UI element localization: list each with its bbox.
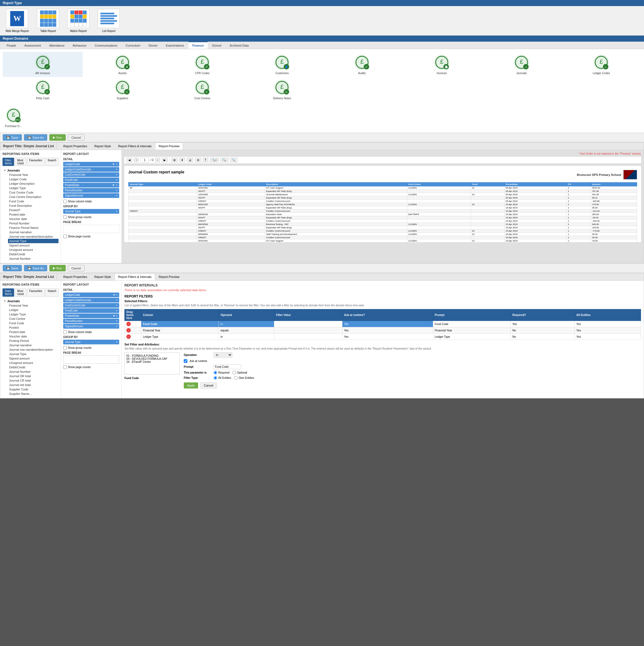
chip-period-number[interactable]: PeriodNumber × — [63, 188, 119, 193]
list-report-icon-item[interactable]: List Report — [98, 9, 120, 32]
optional-radio[interactable] — [232, 371, 236, 374]
table-report-icon-item[interactable]: Table Report — [37, 9, 59, 32]
p2-supplier-name[interactable]: Supplier Name... — [8, 392, 59, 396]
tree-item-voucher-date[interactable]: Voucher date — [8, 217, 59, 221]
remove-ledger-type[interactable]: − — [126, 334, 131, 339]
filter-row-financial-year[interactable]: − Financial Year equals Yes Financial Ye… — [125, 327, 641, 334]
prev-btn[interactable]: ‹ — [134, 158, 139, 163]
panel2-tab-search[interactable]: Search — [45, 289, 59, 297]
p2-chip-pd-remove[interactable]: × — [116, 314, 117, 317]
chip-remove-cc[interactable]: × — [116, 173, 117, 176]
group-by-journal-type[interactable]: Journal Type × — [63, 209, 119, 214]
p2-ledger-type[interactable]: Ledger Type — [8, 312, 59, 317]
p2-chip-pn-remove[interactable]: × — [116, 320, 117, 323]
show-group-counts-checkbox[interactable] — [63, 215, 67, 219]
panel2-tab-properties[interactable]: Report Properties — [60, 273, 91, 281]
domain-ledger-codes[interactable]: £ L Ledger Codes — [561, 52, 641, 77]
p2-chip-cost-centre[interactable]: CostCentreCode × — [63, 303, 119, 308]
p2-journal-net[interactable]: Journal net total — [8, 383, 59, 387]
tree-item-ledger-code[interactable]: Ledger Code — [8, 177, 59, 182]
p2-journal-number[interactable]: Journal Number — [8, 369, 59, 374]
tree-item-ledger-type[interactable]: Ledger Type — [8, 186, 59, 190]
p2-chip-posted-date[interactable]: PostedDate ▼ × — [63, 314, 119, 318]
panel2-tab-favourites[interactable]: Favourites — [27, 289, 45, 297]
page-break-area[interactable] — [63, 225, 119, 233]
domain-assets[interactable]: £ ★ Assets — [83, 52, 162, 77]
chip-ledger-code[interactable]: LedgerCode ▼ × — [63, 162, 119, 167]
filter-values-box[interactable]: 01 - FORMULA FUNDING 04 - DEVOLVED FORMU… — [124, 352, 180, 374]
panel2-tree-parent[interactable]: ▼ Journals — [2, 299, 59, 303]
save-as-button[interactable]: 💾 Save As — [24, 134, 47, 141]
prev-page-btn[interactable]: ◀ — [126, 158, 132, 163]
chip-signed-amount[interactable]: SignedAmount × — [63, 193, 119, 198]
save-as-button2[interactable]: 💾 Save As — [24, 265, 47, 271]
p2-chip-pd-scroll[interactable]: ▼ — [113, 314, 115, 317]
p2-voucher-date[interactable]: Voucher date — [8, 334, 59, 339]
chip-remove-fc[interactable]: × — [116, 179, 117, 182]
next-page-btn[interactable]: ▶ — [162, 158, 168, 163]
zoom-out-btn[interactable]: 🔍- — [220, 158, 228, 163]
tree-item-journal-narrative[interactable]: Journal narrative — [8, 230, 59, 234]
search-doc-btn[interactable]: T — [203, 158, 208, 163]
print-btn[interactable]: 🖨 — [187, 158, 193, 163]
domain-customers[interactable]: £ 👤 Customers — [242, 52, 322, 77]
p2-signed-amount[interactable]: Signed amount — [8, 356, 59, 361]
required-radio[interactable] — [213, 371, 217, 374]
chip-arrow-ledger[interactable]: ▼ — [112, 163, 115, 166]
operation-select[interactable]: in equals contains — [213, 352, 232, 357]
panel1-tab-search[interactable]: Search — [45, 158, 59, 166]
filter-row-fund-code[interactable]: − Fund Code in Yes Fund Code Yes Yes — [125, 321, 641, 327]
p2-group-counts-cb[interactable] — [63, 346, 67, 350]
tree-item-journal-row-narrative[interactable]: Journal row narrative/description — [8, 234, 59, 239]
run-button2[interactable]: ▶ Run — [50, 265, 65, 271]
domain-delivery-notes[interactable]: £ D Delivery Notes — [242, 77, 322, 102]
domain-audits[interactable]: £ ✔ Audits — [322, 52, 402, 77]
tree-item-fund-code[interactable]: Fund Code — [8, 199, 59, 204]
tree-item-debit-credit[interactable]: Debit/Credit — [8, 252, 59, 256]
p2-chip-ldesc-remove[interactable]: × — [116, 299, 117, 302]
p2-chip-ledger-remove[interactable]: × — [116, 293, 117, 296]
chip-fund-code[interactable]: FundCode × — [63, 178, 119, 182]
p2-journal-type[interactable]: Journal Type — [8, 352, 59, 356]
tree-item-ledger-desc[interactable]: Ledger Description — [8, 182, 59, 186]
panel1-tab-properties[interactable]: Report Properties — [60, 142, 91, 150]
p2-financial-year[interactable]: Financial Year — [8, 303, 59, 308]
panel2-tab-most-used[interactable]: Most Used — [15, 289, 26, 297]
p2-supplier-code[interactable]: Supplier Code — [8, 387, 59, 392]
p2-journal-row[interactable]: Journal row narrative/description — [8, 347, 59, 352]
panel2-tab-style[interactable]: Report Style — [91, 273, 115, 281]
domain-cpr-codes[interactable]: £ # CPR Codes — [163, 52, 242, 77]
tab-communications[interactable]: Communications — [91, 42, 121, 49]
p2-cost-centre[interactable]: Cost Centre — [8, 317, 59, 321]
p2-chip-period[interactable]: PeriodNumber × — [63, 319, 119, 323]
tree-item-journal-type[interactable]: Journal Type — [8, 239, 59, 243]
p2-unsigned-amount[interactable]: Unsigned amount — [8, 361, 59, 365]
p2-journal-narrative[interactable]: Journal narrative — [8, 343, 59, 347]
panel2-tab-preview[interactable]: Report Preview — [155, 273, 183, 281]
tree-item-period-number[interactable]: Period Number — [8, 221, 59, 226]
zoom-in-btn[interactable]: 🔍+ — [210, 158, 219, 163]
p2-posting-period[interactable]: Posting Period — [8, 339, 59, 343]
domain-petty-cash[interactable]: £ P Petty Cash — [3, 77, 83, 102]
p2-col-totals-cb[interactable] — [63, 330, 67, 334]
p2-ledger[interactable]: Ledger — [8, 308, 59, 312]
p2-journal-cr[interactable]: Journal CR total — [8, 378, 59, 383]
chip-remove-pd[interactable]: × — [116, 184, 117, 187]
p2-debit-credit[interactable]: Debit/Credit — [8, 365, 59, 369]
matrix-report-icon-item[interactable]: Matrix Report — [67, 9, 89, 32]
tree-item-cost-centre-code[interactable]: Cost Centre Code — [8, 190, 59, 195]
show-col-totals-checkbox[interactable] — [63, 200, 67, 203]
chip-remove-ledger[interactable]: × — [116, 163, 117, 166]
p2-group-by-remove[interactable]: × — [116, 340, 117, 343]
chip-ledger-desc[interactable]: LedgerCodeDescripti... × — [63, 167, 119, 172]
p2-chip-ledger-desc[interactable]: LedgerCodeDescripti... × — [63, 298, 119, 303]
tree-item-unsigned-amount[interactable]: Unsigned amount — [8, 247, 59, 252]
p2-chip-sa-remove[interactable]: × — [116, 325, 117, 328]
ask-runtime-checkbox[interactable] — [184, 359, 187, 363]
tab-behaviour[interactable]: Behaviour — [69, 42, 91, 49]
panel2-tab-data-items[interactable]: Data Items — [2, 289, 14, 297]
p2-page-break-area[interactable] — [63, 355, 119, 364]
p2-posted[interactable]: Posted — [8, 325, 59, 330]
panel1-tab-favourites[interactable]: Favourites — [27, 158, 45, 166]
domain-ar-invoices[interactable]: £ ✓ AR Invoices — [3, 52, 83, 77]
